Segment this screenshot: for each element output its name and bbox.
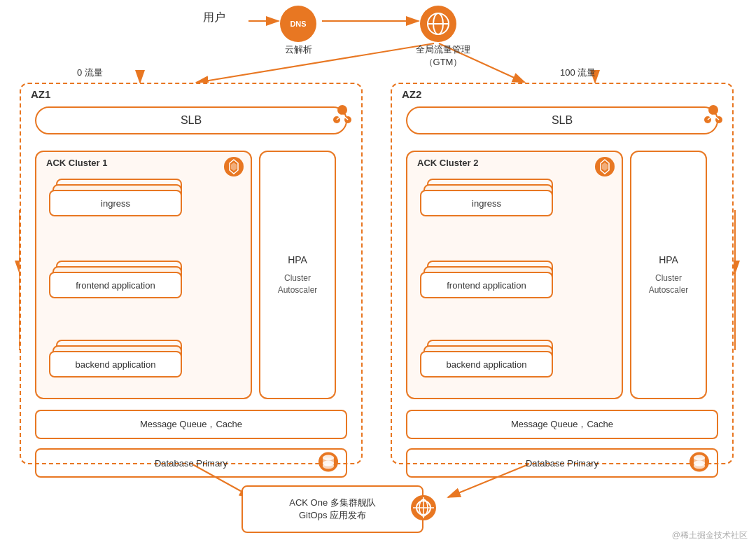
az1-box: AZ1 SLB ACK Cluster 1 — [20, 83, 363, 464]
az2-backend-stack: backend application — [420, 340, 560, 396]
svg-point-26 — [337, 105, 347, 115]
az2-ingress-main: ingress — [420, 190, 553, 216]
az1-title: AZ1 — [31, 88, 50, 100]
az2-title: AZ2 — [402, 88, 421, 100]
az2-slb: SLB — [406, 106, 718, 134]
az2-backend-main: backend application — [420, 351, 553, 378]
flow-label-left: 0 流量 — [77, 67, 103, 79]
az2-mq: Message Queue，Cache — [406, 410, 718, 439]
az1-slb: SLB — [35, 106, 347, 134]
dns-label: 云解析 — [273, 43, 323, 56]
az1-autoscaler-label: ClusterAutoscaler — [278, 272, 318, 296]
az2-box: AZ2 SLB ACK Cluster 2 — [391, 83, 734, 464]
gtm-label: 全局流量管理（GTM） — [398, 43, 489, 69]
az2-slb-icon — [700, 102, 727, 129]
ack-one-box: ACK One 多集群舰队 GitOps 应用发布 — [241, 485, 424, 533]
az2-frontend-main: frontend application — [420, 272, 553, 298]
az1-ack-title: ACK Cluster 1 — [46, 158, 107, 168]
az2-db-icon — [687, 450, 711, 476]
az1-ingress-main: ingress — [49, 190, 182, 216]
user-label: 用户 — [203, 11, 225, 25]
az1-db: Database Primary — [35, 448, 347, 478]
svg-point-53 — [694, 464, 705, 469]
watermark: @稀土掘金技术社区 — [672, 529, 748, 541]
dns-icon: DNS — [280, 6, 316, 42]
az2-ack-icon — [594, 155, 616, 178]
az1-backend-stack: backend application — [49, 340, 189, 396]
az1-hpa-box: HPA ClusterAutoscaler — [259, 151, 336, 399]
ack-one-icon — [410, 494, 438, 525]
svg-point-40 — [708, 105, 718, 115]
az1-hpa-label: HPA — [288, 254, 307, 265]
ack-one-line1: ACK One 多集群舰队 — [289, 497, 376, 509]
az1-frontend-main: frontend application — [49, 272, 182, 298]
az2-ack-box: ACK Cluster 2 ingress — [406, 151, 623, 399]
az1-ingress-stack: ingress — [49, 179, 189, 235]
az2-ingress-stack: ingress — [420, 179, 560, 235]
az1-mq: Message Queue，Cache — [35, 410, 347, 439]
az2-hpa-label: HPA — [659, 254, 678, 265]
flow-label-right: 100 流量 — [560, 67, 596, 79]
az1-db-icon — [316, 450, 340, 476]
diagram-container: 用户 DNS 云解析 全局流量管理（GTM） 0 流量 100 流量 AZ1 S… — [0, 0, 756, 547]
svg-point-39 — [323, 464, 334, 469]
az2-autoscaler-label: ClusterAutoscaler — [649, 272, 689, 296]
az2-ack-title: ACK Cluster 2 — [417, 158, 478, 168]
gtm-icon — [420, 6, 456, 42]
az1-backend-main: backend application — [49, 351, 182, 378]
az1-ack-icon — [223, 155, 245, 178]
az1-slb-icon — [329, 102, 356, 129]
az1-ack-box: ACK Cluster 1 ingress — [35, 151, 252, 399]
az2-db: Database Primary — [406, 448, 718, 478]
az1-frontend-stack: frontend application — [49, 261, 189, 317]
ack-one-line2: GitOps 应用发布 — [299, 509, 366, 522]
az2-frontend-stack: frontend application — [420, 261, 560, 317]
az2-hpa-box: HPA ClusterAutoscaler — [630, 151, 707, 399]
